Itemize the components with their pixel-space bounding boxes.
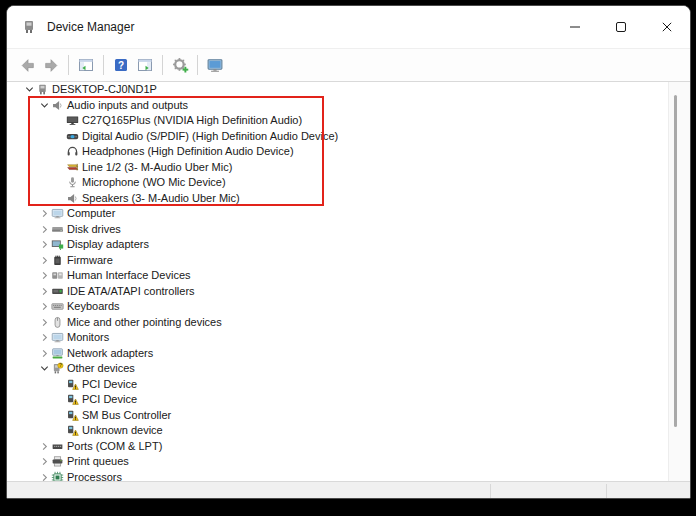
chevron-spacer xyxy=(53,161,66,174)
chevron-collapsed-icon[interactable] xyxy=(38,347,51,360)
toolbar-separator xyxy=(103,55,104,75)
tree-item[interactable]: Print queues xyxy=(7,454,690,470)
tree-item[interactable]: SM Bus Controller xyxy=(7,408,690,424)
chevron-collapsed-icon[interactable] xyxy=(38,440,51,453)
tree-item-label: Network adapters xyxy=(66,346,153,362)
forward-button[interactable] xyxy=(39,53,63,77)
chevron-expanded-icon[interactable] xyxy=(38,99,51,112)
show-action-pane-button[interactable] xyxy=(133,53,157,77)
tree-item-label: Keyboards xyxy=(66,299,120,315)
toolbar: ? xyxy=(7,48,690,82)
device-manager-window: Device Manager ? DESKTOP-CJ0ND1PAudio in… xyxy=(6,5,691,499)
tree-item-label: Computer xyxy=(66,206,115,222)
chevron-expanded-icon[interactable] xyxy=(23,83,36,96)
tree-item[interactable]: Firmware xyxy=(7,253,690,269)
tree-item[interactable]: DESKTOP-CJ0ND1P xyxy=(7,82,690,98)
computer-device-icon xyxy=(36,83,51,97)
tree-item[interactable]: Speakers (3- M-Audio Uber Mic) xyxy=(7,191,690,207)
tree-item-label: Headphones (High Definition Audio Device… xyxy=(81,144,294,160)
network-adapter-icon xyxy=(51,346,66,360)
tree-item-label: PCI Device xyxy=(81,392,137,408)
tree-item[interactable]: Computer xyxy=(7,206,690,222)
ports-icon xyxy=(51,439,66,453)
svg-text:?: ? xyxy=(118,60,124,71)
tree-item[interactable]: Ports (COM & LPT) xyxy=(7,439,690,455)
monitor-icon xyxy=(51,207,66,221)
titlebar: Device Manager xyxy=(7,6,690,48)
monitor-dark-icon xyxy=(66,114,81,128)
toolbar-separator xyxy=(162,55,163,75)
chevron-spacer xyxy=(53,409,66,422)
tree-item-label: Firmware xyxy=(66,253,113,269)
back-arrow-icon xyxy=(19,57,36,74)
disk-drive-icon xyxy=(51,222,66,236)
tree-item[interactable]: Human Interface Devices xyxy=(7,268,690,284)
tree-item[interactable]: Display adapters xyxy=(7,237,690,253)
tree-item[interactable]: Disk drives xyxy=(7,222,690,238)
tree-item[interactable]: C27Q165Plus (NVIDIA High Definition Audi… xyxy=(7,113,690,129)
chevron-collapsed-icon[interactable] xyxy=(38,316,51,329)
chevron-spacer xyxy=(53,130,66,143)
action-pane-icon xyxy=(137,57,153,73)
chevron-spacer xyxy=(53,114,66,127)
chevron-collapsed-icon[interactable] xyxy=(38,455,51,468)
chevron-collapsed-icon[interactable] xyxy=(38,471,51,481)
chevron-expanded-icon[interactable] xyxy=(38,362,51,375)
maximize-button[interactable] xyxy=(598,6,644,48)
tree-item-label: C27Q165Plus (NVIDIA High Definition Audi… xyxy=(81,113,302,129)
monitor-icon xyxy=(51,331,66,345)
tree-item[interactable]: Line 1/2 (3- M-Audio Uber Mic) xyxy=(7,160,690,176)
keyboard-icon xyxy=(51,300,66,314)
chevron-spacer xyxy=(53,424,66,437)
chevron-collapsed-icon[interactable] xyxy=(38,238,51,251)
tree-item-label: SM Bus Controller xyxy=(81,408,171,424)
chevron-spacer xyxy=(53,145,66,158)
firmware-icon xyxy=(51,253,66,267)
other-device-icon: ? xyxy=(51,362,66,376)
tree-item[interactable]: Keyboards xyxy=(7,299,690,315)
show-console-tree-button[interactable] xyxy=(74,53,98,77)
tree-item-label: Human Interface Devices xyxy=(66,268,191,284)
tree-item[interactable]: Headphones (High Definition Audio Device… xyxy=(7,144,690,160)
tree-item-label: Other devices xyxy=(66,361,135,377)
computer-button[interactable] xyxy=(203,53,227,77)
tree-item[interactable]: Network adapters xyxy=(7,346,690,362)
chevron-collapsed-icon[interactable] xyxy=(38,223,51,236)
tree-item[interactable]: PCI Device xyxy=(7,392,690,408)
tree-item[interactable]: Monitors xyxy=(7,330,690,346)
window-controls xyxy=(552,6,690,48)
tree-item[interactable]: IDE ATA/ATAPI controllers xyxy=(7,284,690,300)
chevron-collapsed-icon[interactable] xyxy=(38,207,51,220)
minimize-icon xyxy=(570,22,580,32)
close-button[interactable] xyxy=(644,6,690,48)
tree-item[interactable]: Microphone (WO Mic Device) xyxy=(7,175,690,191)
tree-item[interactable]: Mice and other pointing devices xyxy=(7,315,690,331)
minimize-button[interactable] xyxy=(552,6,598,48)
tree-item-label: Print queues xyxy=(66,454,129,470)
spdif-icon xyxy=(66,129,81,143)
vertical-scrollbar[interactable] xyxy=(668,82,690,481)
chevron-collapsed-icon[interactable] xyxy=(38,269,51,282)
chevron-collapsed-icon[interactable] xyxy=(38,331,51,344)
tree-item[interactable]: ?Other devices xyxy=(7,361,690,377)
chevron-collapsed-icon[interactable] xyxy=(38,254,51,267)
scrollbar-thumb[interactable] xyxy=(674,95,677,427)
chevron-collapsed-icon[interactable] xyxy=(38,300,51,313)
tree-item-label: Monitors xyxy=(66,330,109,346)
tree-item[interactable]: Unknown device xyxy=(7,423,690,439)
tree-item-label: Processors xyxy=(66,470,122,482)
speaker-icon xyxy=(51,98,66,112)
tree-item-label: Line 1/2 (3- M-Audio Uber Mic) xyxy=(81,160,232,176)
scan-hardware-icon xyxy=(172,57,189,74)
warning-device-icon xyxy=(66,393,81,407)
scan-hardware-changes-button[interactable] xyxy=(168,53,192,77)
back-button[interactable] xyxy=(15,53,39,77)
warning-device-icon xyxy=(66,377,81,391)
tree-item[interactable]: PCI Device xyxy=(7,377,690,393)
tree-item[interactable]: Digital Audio (S/PDIF) (High Definition … xyxy=(7,129,690,145)
chevron-spacer xyxy=(53,192,66,205)
chevron-collapsed-icon[interactable] xyxy=(38,285,51,298)
tree-item[interactable]: Processors xyxy=(7,470,690,482)
help-button[interactable]: ? xyxy=(109,53,133,77)
tree-item[interactable]: Audio inputs and outputs xyxy=(7,98,690,114)
